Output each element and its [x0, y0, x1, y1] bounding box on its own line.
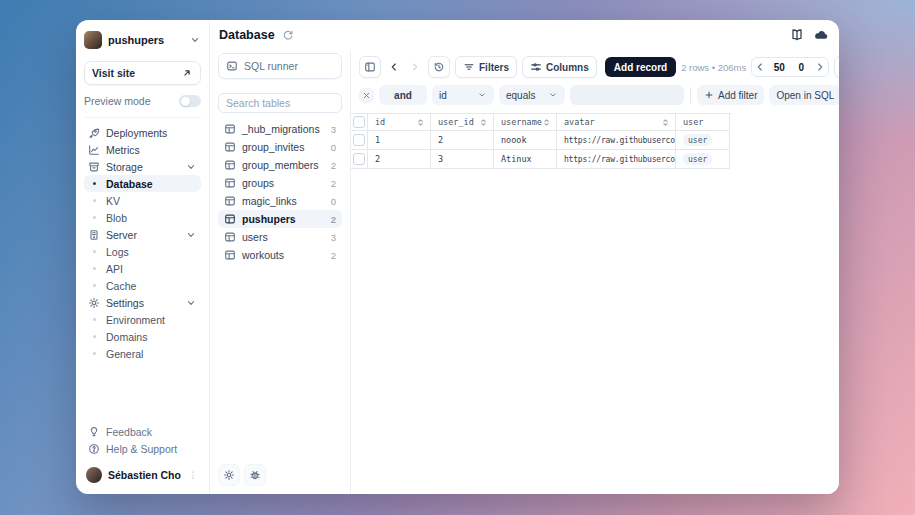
table-cell-user-id[interactable]: 3	[431, 150, 494, 169]
prev-table-button[interactable]	[386, 57, 402, 77]
table-list-item-selected[interactable]: pushupers 2	[218, 210, 342, 228]
chart-icon	[88, 144, 100, 156]
row-checkbox[interactable]	[353, 153, 365, 165]
table-cell-avatar[interactable]: https://raw.githubusercon…	[557, 131, 676, 150]
search-tables-input[interactable]	[218, 93, 342, 113]
sidebar-item-storage[interactable]: Storage	[84, 158, 201, 175]
debug-button[interactable]	[244, 464, 266, 486]
columns-button[interactable]: Columns	[522, 56, 597, 78]
chevron-down-icon	[189, 34, 201, 46]
page-size-input[interactable]	[768, 62, 790, 73]
feedback-link[interactable]: Feedback	[84, 423, 201, 440]
desktop-background: pushupers Visit site Preview mode Deploy…	[0, 0, 915, 515]
column-header-avatar[interactable]: avatar	[557, 114, 676, 131]
user-badge: user	[683, 134, 712, 146]
sidebar-item-environment[interactable]: Environment	[84, 311, 201, 328]
add-filter-button[interactable]: Add filter	[697, 85, 764, 105]
remove-filter-button[interactable]	[359, 88, 374, 103]
table-list-item[interactable]: _hub_migrations 3	[218, 120, 342, 138]
table-count: 3	[331, 124, 336, 135]
filter-operator-select[interactable]: equals	[499, 85, 565, 105]
sql-runner-button[interactable]: SQL runner	[218, 53, 342, 79]
add-record-button[interactable]: Add record	[605, 57, 676, 77]
filters-button[interactable]: Filters	[455, 56, 517, 78]
table-cell-username[interactable]: noook	[494, 131, 557, 150]
sidebar: pushupers Visit site Preview mode Deploy…	[76, 20, 210, 494]
sidebar-item-server[interactable]: Server	[84, 226, 201, 243]
sidebar-item-domains[interactable]: Domains	[84, 328, 201, 345]
sidebar-item-cache[interactable]: Cache	[84, 277, 201, 294]
table-cell-username[interactable]: Atinux	[494, 150, 557, 169]
sidebar-item-label: Logs	[106, 246, 129, 258]
filter-conjunction-select[interactable]: and	[379, 85, 427, 105]
table-list-item[interactable]: groups 2	[218, 174, 342, 192]
sidebar-item-label: KV	[106, 195, 120, 207]
sort-icon	[661, 118, 670, 127]
user-menu[interactable]: Sébastien Chopin	[84, 464, 201, 486]
sidebar-item-metrics[interactable]: Storage Metrics	[84, 141, 201, 158]
table-icon	[224, 231, 236, 243]
sidebar-item-deployments[interactable]: Deployments	[84, 124, 201, 141]
sidebar-item-label: API	[106, 263, 123, 275]
open-in-sql-button[interactable]: Open in SQL	[769, 85, 839, 105]
sidebar-item-logs[interactable]: Logs	[84, 243, 201, 260]
bullet-icon	[93, 318, 96, 321]
preview-mode-toggle[interactable]	[179, 95, 201, 107]
table-list-item[interactable]: group_invites 0	[218, 138, 342, 156]
panel-settings-button[interactable]	[218, 464, 240, 486]
close-icon	[362, 91, 371, 100]
gear-icon	[223, 469, 235, 481]
sidebar-item-api[interactable]: API	[84, 260, 201, 277]
filter-column-select[interactable]: id	[432, 85, 494, 105]
workspace-switcher[interactable]: pushupers	[84, 28, 201, 52]
refresh-table-button[interactable]	[834, 56, 839, 78]
table-cell-user-id[interactable]: 2	[431, 131, 494, 150]
app-window: pushupers Visit site Preview mode Deploy…	[76, 20, 839, 494]
table-name: _hub_migrations	[242, 123, 320, 135]
page-offset-input[interactable]	[790, 62, 812, 73]
sidebar-item-settings[interactable]: Settings	[84, 294, 201, 311]
table-list-item[interactable]: users 3	[218, 228, 342, 246]
column-header-username[interactable]: username	[494, 114, 557, 131]
terminal-icon	[226, 60, 238, 72]
data-table: id user_id username avatar	[351, 113, 731, 169]
table-cell-id[interactable]: 1	[368, 131, 431, 150]
page-next-button[interactable]	[812, 57, 828, 77]
filter-icon	[463, 61, 475, 73]
toggle-sidebar-button[interactable]	[359, 56, 381, 78]
sidebar-item-general[interactable]: General	[84, 345, 201, 362]
chevron-down-icon	[185, 229, 197, 241]
help-support-link[interactable]: Help & Support	[84, 440, 201, 457]
column-header-id[interactable]: id	[368, 114, 431, 131]
table-list: _hub_migrations 3 group_invites 0 group_…	[218, 120, 342, 264]
visit-site-button[interactable]: Visit site	[84, 61, 201, 85]
table-list-item[interactable]: magic_links 0	[218, 192, 342, 210]
history-icon	[433, 61, 445, 73]
book-open-icon[interactable]	[790, 28, 804, 42]
refresh-icon[interactable]	[282, 29, 294, 41]
table-count: 0	[331, 142, 336, 153]
bullet-icon	[93, 250, 96, 253]
row-checkbox[interactable]	[353, 134, 365, 146]
table-list-item[interactable]: workouts 2	[218, 246, 342, 264]
sidebar-nav: Deployments Storage Metrics Storage Data…	[84, 124, 201, 362]
sidebar-item-kv[interactable]: KV	[84, 192, 201, 209]
column-header-user-id[interactable]: user_id	[431, 114, 494, 131]
page-prev-button[interactable]	[752, 57, 768, 77]
table-cell-user[interactable]: user	[676, 131, 730, 150]
sidebar-item-database[interactable]: Database	[84, 175, 201, 192]
table-cell-avatar[interactable]: https://raw.githubusercon…	[557, 150, 676, 169]
table-cell-id[interactable]: 2	[368, 150, 431, 169]
column-header-user[interactable]: user	[676, 114, 730, 131]
sidebar-item-label: Domains	[106, 331, 147, 343]
history-button[interactable]	[428, 56, 450, 78]
filter-value-input[interactable]	[570, 85, 684, 105]
table-name: pushupers	[242, 213, 296, 225]
next-table-button[interactable]	[407, 57, 423, 77]
sidebar-item-blob[interactable]: Blob	[84, 209, 201, 226]
sort-icon	[542, 118, 551, 127]
table-cell-user[interactable]: user	[676, 150, 730, 169]
cloud-icon[interactable]	[813, 28, 829, 42]
select-all-checkbox[interactable]	[353, 116, 365, 128]
table-list-item[interactable]: group_members 2	[218, 156, 342, 174]
